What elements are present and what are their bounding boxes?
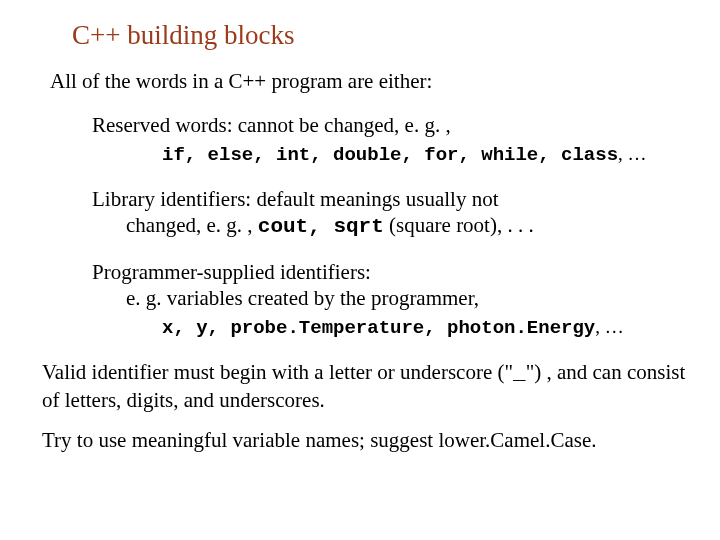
programmer-code-line: x, y, probe.Temperature, photon.Energy, …	[162, 315, 690, 341]
programmer-tail: , …	[595, 316, 624, 337]
library-sub-suffix: (square root), . . .	[384, 213, 534, 237]
programmer-code: x, y, probe.Temperature, photon.Energy	[162, 317, 595, 339]
library-identifiers-section: Library identifiers: default meanings us…	[92, 186, 690, 241]
programmer-lead: Programmer-supplied identifiers:	[92, 259, 690, 285]
programmer-identifiers-section: Programmer-supplied identifiers: e. g. v…	[92, 259, 690, 341]
valid-part1: Valid identifier must begin with a lette…	[42, 360, 513, 384]
slide-title: C++ building blocks	[72, 20, 690, 51]
intro-line: All of the words in a C++ program are ei…	[50, 69, 690, 94]
library-sub: changed, e. g. , cout, sqrt (square root…	[126, 212, 690, 240]
reserved-code-line: if, else, int, double, for, while, class…	[162, 142, 690, 168]
underscore-char: _	[513, 362, 526, 385]
reserved-code: if, else, int, double, for, while, class	[162, 144, 618, 166]
slide: C++ building blocks All of the words in …	[0, 0, 720, 488]
programmer-sub: e. g. variables created by the programme…	[126, 285, 690, 311]
library-code: cout, sqrt	[258, 215, 384, 238]
library-lead: Library identifiers: default meanings us…	[92, 186, 690, 212]
reserved-lead: Reserved words: cannot be changed, e. g.…	[92, 112, 690, 138]
reserved-tail: , …	[618, 143, 647, 164]
closing-text: Try to use meaningful variable names; su…	[42, 427, 690, 453]
valid-identifier-text: Valid identifier must begin with a lette…	[42, 359, 690, 414]
library-sub-prefix: changed, e. g. ,	[126, 213, 258, 237]
reserved-words-section: Reserved words: cannot be changed, e. g.…	[92, 112, 690, 168]
